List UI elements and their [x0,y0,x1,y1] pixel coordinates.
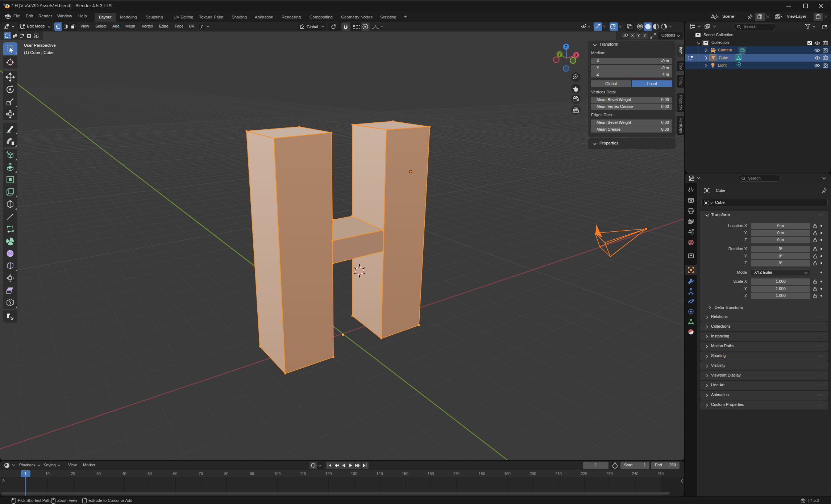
svg-text:X: X [575,53,578,57]
svg-text:Z: Z [565,45,567,49]
svg-text:Global: Global [307,25,318,29]
svg-text:Y: Y [558,52,561,56]
